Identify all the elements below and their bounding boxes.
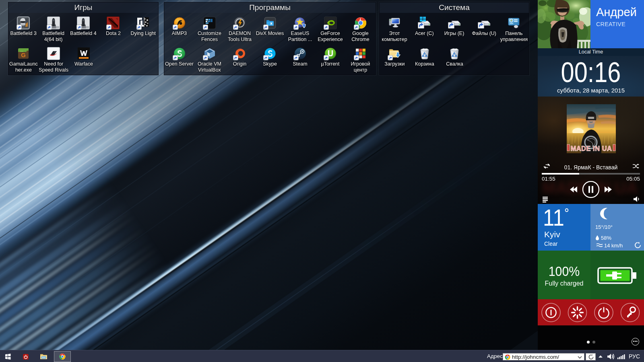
svg-text:G: G [21,51,26,58]
svg-text:MADE IN UA: MADE IN UA [570,145,612,152]
